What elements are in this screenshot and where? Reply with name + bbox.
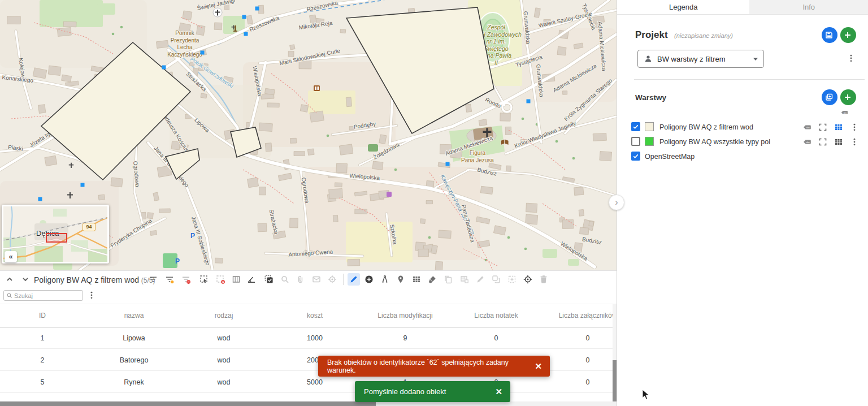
vertical-scroll-thumb[interactable] xyxy=(613,360,617,406)
filter-icon[interactable] xyxy=(149,275,158,284)
search-placeholder: Szukaj xyxy=(14,292,33,299)
horizontal-scroll-thumb[interactable] xyxy=(0,401,376,406)
add-object-icon[interactable] xyxy=(364,275,374,284)
table-vertical-scrollbar[interactable] xyxy=(613,304,617,402)
vertex-marker[interactable] xyxy=(255,7,259,11)
open-table-icon[interactable] xyxy=(412,275,421,284)
filter-clear-icon[interactable] xyxy=(181,275,190,284)
column-header[interactable]: ID xyxy=(0,312,90,319)
style-brush-icon[interactable] xyxy=(428,275,437,284)
table-search-input[interactable]: Szukaj xyxy=(3,290,83,301)
duplicate-layer-button[interactable] xyxy=(822,89,837,105)
table-columns-icon[interactable] xyxy=(232,275,241,284)
layer-visibility-checkbox[interactable] xyxy=(631,137,640,146)
sidebar-tabs: Legenda Info xyxy=(617,0,868,15)
vertex-marker[interactable] xyxy=(201,51,205,55)
copy-icon[interactable] xyxy=(444,275,453,284)
copy-table-icon[interactable] xyxy=(460,275,469,284)
layer-list: Poligony BW AQ z filtrem wodPoligony BW … xyxy=(617,120,868,164)
layer-name: Poligony BW AQ z filtrem wod xyxy=(659,123,753,131)
add-layer-button[interactable] xyxy=(840,89,856,105)
sidebar-expand-button[interactable]: › xyxy=(609,195,624,210)
attribute-table-icon[interactable] xyxy=(834,137,843,146)
layer-visibility-checkbox[interactable] xyxy=(631,152,640,161)
column-header[interactable]: nazwa xyxy=(86,312,182,319)
minimap-collapse-button[interactable]: « xyxy=(5,251,17,262)
zoom-to-extent-icon[interactable] xyxy=(818,123,827,132)
center-on-feature-icon[interactable] xyxy=(523,275,532,284)
vertex-marker[interactable] xyxy=(38,197,42,201)
panel-down-button[interactable] xyxy=(20,275,31,285)
kebab-menu-icon[interactable] xyxy=(850,123,859,132)
clear-selection-icon[interactable] xyxy=(216,275,225,284)
vertex-marker[interactable] xyxy=(446,162,450,166)
road-number-badge: 94 xyxy=(83,223,96,231)
column-header[interactable]: rodzaj xyxy=(176,312,272,319)
attribute-table-icon[interactable] xyxy=(834,123,843,132)
close-icon[interactable]: ✕ xyxy=(527,361,550,372)
paste-feature-icon[interactable] xyxy=(507,275,517,284)
table-row[interactable]: 6Południewod50000 xyxy=(0,393,613,402)
geolocation-icon[interactable] xyxy=(328,275,337,284)
edit-geometry-icon[interactable] xyxy=(476,275,485,284)
parking-icon: P xyxy=(190,232,195,240)
tab-info[interactable]: Info xyxy=(749,0,868,14)
attribute-table-panel: Poligony BW AQ z filtrem wod (5/5) Szuka… xyxy=(0,270,617,406)
overview-minimap[interactable]: Dębica 94 xyxy=(2,205,109,264)
gis-app: PP Świętej JadwigiRzeszowskaRzeszowskaMi… xyxy=(0,0,868,406)
vertex-marker[interactable] xyxy=(527,100,531,103)
vertex-marker[interactable] xyxy=(162,66,166,70)
select-all-icon[interactable] xyxy=(264,275,274,284)
add-project-button[interactable] xyxy=(840,27,856,43)
map-canvas[interactable]: PP Świętej JadwigiRzeszowskaRzeszowskaMi… xyxy=(0,0,617,270)
project-select-value: BW warstwy z filtrem xyxy=(657,55,726,63)
filter-active-icon[interactable] xyxy=(165,275,174,284)
success-toast: Pomyślnie dodano obiekt ✕ xyxy=(355,381,510,402)
save-project-button[interactable] xyxy=(822,27,837,43)
abc-tag-icon[interactable] xyxy=(802,137,811,146)
measure-icon[interactable] xyxy=(380,275,389,284)
table-cell: wod xyxy=(176,334,272,342)
chevron-down-icon xyxy=(751,54,760,63)
street-label: Rzeszowska xyxy=(306,0,339,12)
chevron-down-icon xyxy=(21,275,30,284)
layer-name: OpenStreetMap xyxy=(645,153,695,161)
attachments-icon[interactable] xyxy=(296,275,305,284)
table-row[interactable]: 1Lipowawod1000900 xyxy=(0,327,613,349)
panel-up-button[interactable] xyxy=(5,275,15,285)
column-header[interactable]: Liczba notatek xyxy=(448,312,544,319)
section-divider xyxy=(634,79,865,80)
layer-color-swatch[interactable] xyxy=(645,137,654,146)
table-horizontal-scrollbar[interactable] xyxy=(0,401,617,406)
table-cell: wod xyxy=(176,356,272,364)
select-by-rectangle-icon[interactable] xyxy=(199,275,209,284)
abc-tag-icon[interactable] xyxy=(802,123,811,132)
street-label: Ogrodowa xyxy=(132,161,141,187)
add-point-icon[interactable] xyxy=(396,275,405,284)
messages-icon[interactable] xyxy=(312,275,321,284)
project-select[interactable]: BW warstwy z filtrem xyxy=(637,50,764,68)
kebab-menu-icon[interactable] xyxy=(850,137,859,146)
search-options-button[interactable] xyxy=(85,289,98,303)
column-header[interactable]: koszt xyxy=(267,312,363,319)
merge-features-icon[interactable] xyxy=(492,275,501,284)
error-toast: Brak obiektów o identyfikatorze `62` spe… xyxy=(318,356,550,377)
zoom-to-feature-icon[interactable] xyxy=(280,275,289,284)
edit-mode-icon[interactable] xyxy=(349,275,358,284)
project-heading: Projekt xyxy=(635,29,668,41)
column-header[interactable]: Liczba modyfikacji xyxy=(357,312,453,319)
layer-visibility-checkbox[interactable] xyxy=(631,122,640,131)
zoom-to-extent-icon[interactable] xyxy=(818,137,827,146)
delete-feature-icon[interactable] xyxy=(539,275,548,284)
abc-tag-icon xyxy=(839,109,850,116)
tab-legenda[interactable]: Legenda xyxy=(617,0,749,14)
measure-angle-icon[interactable] xyxy=(247,275,256,284)
vertex-marker[interactable] xyxy=(244,32,248,36)
vertex-marker[interactable] xyxy=(242,15,246,19)
street-label: Budzisz xyxy=(581,236,602,245)
layer-color-swatch[interactable] xyxy=(645,122,654,131)
project-menu-button[interactable] xyxy=(844,52,858,66)
vertex-marker[interactable] xyxy=(81,183,85,187)
minimap-extent-box[interactable] xyxy=(46,233,67,243)
close-icon[interactable]: ✕ xyxy=(487,387,510,397)
